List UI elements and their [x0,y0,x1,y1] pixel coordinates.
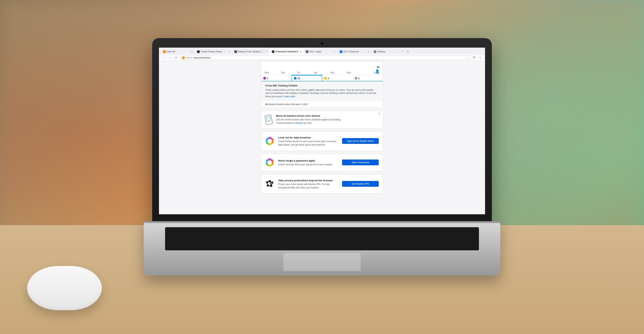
close-icon[interactable]: ✕ [378,112,381,115]
favicon-icon [272,50,274,53]
card-body: Protect your entire device with Mozilla … [278,183,338,189]
tab[interactable]: Protections Dashboard✕ [270,49,304,54]
url-bar[interactable]: Firefox about:protections ☆ [180,55,470,60]
browser-window: New Tab✕Firefox Privacy Notice — Mozilla… [159,48,485,214]
shield-icon[interactable]: ⛨ [472,56,476,60]
tracker-count: 0 [328,77,329,80]
since-text: trackers blocked since February 8, 2022 [268,103,307,105]
day-label: Fri [298,71,314,74]
day-label: Sun [330,71,346,74]
card-title: Never forget a password again [278,159,338,163]
tracker-type-tab[interactable]: 4 [261,75,292,81]
tracker-dot-icon [263,77,266,80]
tab-strip: New Tab✕Firefox Privacy Notice — Mozilla… [159,48,485,54]
ios-link[interactable]: iOS [308,122,311,124]
laptop-prop: New Tab✕Firefox Privacy Notice — Mozilla… [152,38,492,275]
tab-label: New Tab [167,50,190,53]
today-count: 24 [377,66,379,68]
product-card: Take privacy protections beyond the brow… [261,174,383,194]
tracker-type-tabs: 42000 [261,74,383,81]
mobile-body: Use the mobile browser with built-in pro… [276,118,341,121]
card-body: Check Firefox Monitor to see if you've b… [278,140,338,147]
favicon-icon [306,50,308,53]
favicon-icon [163,50,166,53]
tab-close-icon[interactable]: ✕ [368,50,370,53]
day-label: 24Today [363,71,379,74]
mobile-and: and [303,122,308,124]
day-label: Mon [346,71,363,74]
info-title: Cross-Site Tracking Cookies [265,84,379,88]
day-label: Wed [265,71,281,74]
tab-label: Settings [377,50,400,53]
today-bar [376,69,378,73]
tab-close-icon[interactable]: ✕ [300,50,302,53]
tab[interactable]: New Tab✕ [161,49,195,54]
url-path: about:protections [194,56,211,59]
vpn-icon [265,179,274,188]
day-label: Thu [281,71,297,74]
tracker-graph-card: WedThuFriSatSunMon24Today 42000 Cross-Si… [261,61,383,108]
phone-icon [265,114,273,125]
card-title: Take privacy protections beyond the brow… [278,179,338,182]
app-menu-icon[interactable]: ≡ [478,56,482,60]
tracker-dot-icon [324,77,327,80]
tab-label: Firefox Privacy Notice — Mozilla [201,50,227,53]
tracker-type-tab[interactable]: 0 [322,75,353,81]
tracker-count: 20 [298,77,300,80]
android-link[interactable]: Android [295,122,303,124]
favicon-icon [197,50,200,53]
tab-close-icon[interactable]: ✕ [266,50,268,53]
tab[interactable]: (20+) Facebook✕ [338,49,372,54]
lockwise-icon [265,158,274,167]
new-tab-button[interactable]: + [406,49,410,54]
tracker-type-tab[interactable]: 20 [292,75,322,81]
tab-close-icon[interactable]: ✕ [401,50,404,53]
back-button[interactable]: ← [162,56,166,60]
mobile-title: Block ad trackers across more devices [276,114,341,118]
tab-label: Protections Dashboard [275,50,299,53]
tracker-type-tab[interactable]: 0 [353,75,383,81]
monitor-icon [265,137,274,146]
tab-close-icon[interactable]: ✕ [228,50,230,53]
tab-label: (20+) Facebook [343,50,366,53]
trackpad-prop [283,252,361,271]
cta-button[interactable]: Save Passwords [342,160,379,165]
since-row: 24 trackers blocked since February 8, 20… [261,101,383,107]
toolbar: ← → ⟳ Firefox about:protections ☆ ⛨ ≡ [159,54,485,61]
info-body: These cookies follow you from site to si… [265,89,376,98]
firefox-icon [182,56,185,59]
day-label: Sat [314,71,330,74]
mouse-prop [27,266,102,310]
favicon-icon [374,50,376,53]
forward-button[interactable]: → [168,56,172,60]
favicon-icon [234,50,237,53]
keyboard-prop [165,227,479,250]
tracker-count: 0 [358,77,360,80]
tab[interactable]: Firefox Privacy Notice — Mozilla✕ [195,49,232,54]
tracker-dot-icon [355,77,357,80]
page-content: WedThuFriSatSunMon24Today 42000 Cross-Si… [159,61,485,214]
mobile-promo-card: ✕ Block ad trackers across more devices … [261,111,383,129]
favicon-icon [340,50,342,53]
card-title: Look out for data breaches [278,136,338,139]
learn-more-link[interactable]: Learn more [284,95,295,98]
product-card: Look out for data breachesCheck Firefox … [261,131,383,151]
days-row: WedThuFriSatSunMon24Today [265,64,379,74]
tab[interactable]: Makeup Tools, Beauty Tools & ...✕ [232,49,270,54]
bookmark-star-icon[interactable]: ☆ [466,56,468,59]
tracker-info-panel: Cross-Site Tracking Cookies These cookie… [261,81,383,101]
tracker-count: 4 [267,77,268,80]
tab-close-icon[interactable]: ✕ [191,50,193,53]
cta-button[interactable]: Sign Up for Breach Alerts [342,138,379,144]
tab[interactable]: iPad - Apple✕ [304,49,338,54]
cta-button[interactable]: Get Mozilla VPN [342,181,379,187]
url-brand: Firefox [186,56,193,59]
reload-button[interactable]: ⟳ [174,56,178,60]
tab-close-icon[interactable]: ✕ [334,50,336,53]
tab[interactable]: Settings✕ [372,49,406,54]
camera-dot [321,42,323,45]
tab-label: Makeup Tools, Beauty Tools & ... [238,50,265,53]
card-body: Firefox securely stores your passwords i… [278,163,338,166]
product-card: Never forget a password againFirefox sec… [261,154,383,171]
tab-label: iPad - Apple [309,50,333,53]
